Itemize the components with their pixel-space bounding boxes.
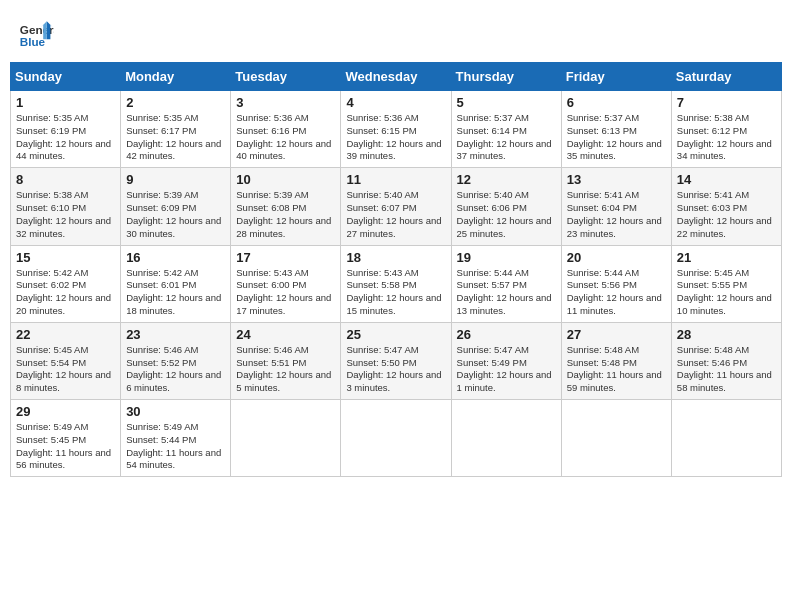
day-info: Sunrise: 5:46 AMSunset: 5:52 PMDaylight:… bbox=[126, 344, 225, 395]
day-number: 25 bbox=[346, 327, 445, 342]
calendar-week-4: 29Sunrise: 5:49 AMSunset: 5:45 PMDayligh… bbox=[11, 400, 782, 477]
day-info: Sunrise: 5:47 AMSunset: 5:50 PMDaylight:… bbox=[346, 344, 445, 395]
day-info: Sunrise: 5:36 AMSunset: 6:15 PMDaylight:… bbox=[346, 112, 445, 163]
day-info: Sunrise: 5:48 AMSunset: 5:46 PMDaylight:… bbox=[677, 344, 776, 395]
day-info: Sunrise: 5:47 AMSunset: 5:49 PMDaylight:… bbox=[457, 344, 556, 395]
calendar-day-20: 20Sunrise: 5:44 AMSunset: 5:56 PMDayligh… bbox=[561, 245, 671, 322]
day-number: 7 bbox=[677, 95, 776, 110]
weekday-header-row: SundayMondayTuesdayWednesdayThursdayFrid… bbox=[11, 63, 782, 91]
weekday-header-friday: Friday bbox=[561, 63, 671, 91]
calendar-day-18: 18Sunrise: 5:43 AMSunset: 5:58 PMDayligh… bbox=[341, 245, 451, 322]
day-info: Sunrise: 5:41 AMSunset: 6:04 PMDaylight:… bbox=[567, 189, 666, 240]
day-number: 16 bbox=[126, 250, 225, 265]
empty-cell bbox=[561, 400, 671, 477]
day-info: Sunrise: 5:44 AMSunset: 5:56 PMDaylight:… bbox=[567, 267, 666, 318]
calendar-day-28: 28Sunrise: 5:48 AMSunset: 5:46 PMDayligh… bbox=[671, 322, 781, 399]
calendar-day-10: 10Sunrise: 5:39 AMSunset: 6:08 PMDayligh… bbox=[231, 168, 341, 245]
day-number: 2 bbox=[126, 95, 225, 110]
calendar-day-1: 1Sunrise: 5:35 AMSunset: 6:19 PMDaylight… bbox=[11, 91, 121, 168]
day-info: Sunrise: 5:40 AMSunset: 6:07 PMDaylight:… bbox=[346, 189, 445, 240]
weekday-header-sunday: Sunday bbox=[11, 63, 121, 91]
calendar-day-9: 9Sunrise: 5:39 AMSunset: 6:09 PMDaylight… bbox=[121, 168, 231, 245]
calendar-day-17: 17Sunrise: 5:43 AMSunset: 6:00 PMDayligh… bbox=[231, 245, 341, 322]
calendar-week-1: 8Sunrise: 5:38 AMSunset: 6:10 PMDaylight… bbox=[11, 168, 782, 245]
day-info: Sunrise: 5:40 AMSunset: 6:06 PMDaylight:… bbox=[457, 189, 556, 240]
day-info: Sunrise: 5:42 AMSunset: 6:01 PMDaylight:… bbox=[126, 267, 225, 318]
weekday-header-tuesday: Tuesday bbox=[231, 63, 341, 91]
calendar-day-29: 29Sunrise: 5:49 AMSunset: 5:45 PMDayligh… bbox=[11, 400, 121, 477]
calendar-body: 1Sunrise: 5:35 AMSunset: 6:19 PMDaylight… bbox=[11, 91, 782, 477]
calendar-day-6: 6Sunrise: 5:37 AMSunset: 6:13 PMDaylight… bbox=[561, 91, 671, 168]
calendar-day-13: 13Sunrise: 5:41 AMSunset: 6:04 PMDayligh… bbox=[561, 168, 671, 245]
day-number: 8 bbox=[16, 172, 115, 187]
page-header: General Blue bbox=[10, 10, 782, 54]
day-number: 20 bbox=[567, 250, 666, 265]
calendar-day-16: 16Sunrise: 5:42 AMSunset: 6:01 PMDayligh… bbox=[121, 245, 231, 322]
calendar-day-24: 24Sunrise: 5:46 AMSunset: 5:51 PMDayligh… bbox=[231, 322, 341, 399]
calendar-day-22: 22Sunrise: 5:45 AMSunset: 5:54 PMDayligh… bbox=[11, 322, 121, 399]
day-info: Sunrise: 5:46 AMSunset: 5:51 PMDaylight:… bbox=[236, 344, 335, 395]
day-number: 23 bbox=[126, 327, 225, 342]
day-info: Sunrise: 5:36 AMSunset: 6:16 PMDaylight:… bbox=[236, 112, 335, 163]
day-info: Sunrise: 5:43 AMSunset: 5:58 PMDaylight:… bbox=[346, 267, 445, 318]
calendar-table: SundayMondayTuesdayWednesdayThursdayFrid… bbox=[10, 62, 782, 477]
day-info: Sunrise: 5:45 AMSunset: 5:55 PMDaylight:… bbox=[677, 267, 776, 318]
day-info: Sunrise: 5:49 AMSunset: 5:45 PMDaylight:… bbox=[16, 421, 115, 472]
day-info: Sunrise: 5:35 AMSunset: 6:19 PMDaylight:… bbox=[16, 112, 115, 163]
calendar-day-27: 27Sunrise: 5:48 AMSunset: 5:48 PMDayligh… bbox=[561, 322, 671, 399]
day-number: 5 bbox=[457, 95, 556, 110]
day-info: Sunrise: 5:37 AMSunset: 6:13 PMDaylight:… bbox=[567, 112, 666, 163]
weekday-header-saturday: Saturday bbox=[671, 63, 781, 91]
day-number: 27 bbox=[567, 327, 666, 342]
empty-cell bbox=[231, 400, 341, 477]
weekday-header-monday: Monday bbox=[121, 63, 231, 91]
empty-cell bbox=[451, 400, 561, 477]
day-info: Sunrise: 5:39 AMSunset: 6:09 PMDaylight:… bbox=[126, 189, 225, 240]
day-number: 12 bbox=[457, 172, 556, 187]
calendar-day-21: 21Sunrise: 5:45 AMSunset: 5:55 PMDayligh… bbox=[671, 245, 781, 322]
calendar-day-23: 23Sunrise: 5:46 AMSunset: 5:52 PMDayligh… bbox=[121, 322, 231, 399]
day-number: 30 bbox=[126, 404, 225, 419]
calendar-day-2: 2Sunrise: 5:35 AMSunset: 6:17 PMDaylight… bbox=[121, 91, 231, 168]
weekday-header-wednesday: Wednesday bbox=[341, 63, 451, 91]
calendar-week-3: 22Sunrise: 5:45 AMSunset: 5:54 PMDayligh… bbox=[11, 322, 782, 399]
logo-icon: General Blue bbox=[18, 14, 54, 50]
calendar-week-2: 15Sunrise: 5:42 AMSunset: 6:02 PMDayligh… bbox=[11, 245, 782, 322]
calendar-day-12: 12Sunrise: 5:40 AMSunset: 6:06 PMDayligh… bbox=[451, 168, 561, 245]
empty-cell bbox=[341, 400, 451, 477]
day-number: 24 bbox=[236, 327, 335, 342]
day-number: 6 bbox=[567, 95, 666, 110]
day-number: 1 bbox=[16, 95, 115, 110]
day-number: 3 bbox=[236, 95, 335, 110]
calendar-day-26: 26Sunrise: 5:47 AMSunset: 5:49 PMDayligh… bbox=[451, 322, 561, 399]
svg-text:Blue: Blue bbox=[20, 35, 46, 48]
day-number: 11 bbox=[346, 172, 445, 187]
empty-cell bbox=[671, 400, 781, 477]
day-info: Sunrise: 5:38 AMSunset: 6:10 PMDaylight:… bbox=[16, 189, 115, 240]
day-number: 29 bbox=[16, 404, 115, 419]
day-number: 26 bbox=[457, 327, 556, 342]
day-number: 17 bbox=[236, 250, 335, 265]
calendar-day-25: 25Sunrise: 5:47 AMSunset: 5:50 PMDayligh… bbox=[341, 322, 451, 399]
day-info: Sunrise: 5:44 AMSunset: 5:57 PMDaylight:… bbox=[457, 267, 556, 318]
calendar-day-14: 14Sunrise: 5:41 AMSunset: 6:03 PMDayligh… bbox=[671, 168, 781, 245]
day-info: Sunrise: 5:35 AMSunset: 6:17 PMDaylight:… bbox=[126, 112, 225, 163]
calendar-day-30: 30Sunrise: 5:49 AMSunset: 5:44 PMDayligh… bbox=[121, 400, 231, 477]
logo: General Blue bbox=[18, 14, 54, 50]
calendar-day-19: 19Sunrise: 5:44 AMSunset: 5:57 PMDayligh… bbox=[451, 245, 561, 322]
day-info: Sunrise: 5:41 AMSunset: 6:03 PMDaylight:… bbox=[677, 189, 776, 240]
calendar-day-11: 11Sunrise: 5:40 AMSunset: 6:07 PMDayligh… bbox=[341, 168, 451, 245]
day-info: Sunrise: 5:37 AMSunset: 6:14 PMDaylight:… bbox=[457, 112, 556, 163]
day-number: 14 bbox=[677, 172, 776, 187]
day-number: 13 bbox=[567, 172, 666, 187]
day-info: Sunrise: 5:48 AMSunset: 5:48 PMDaylight:… bbox=[567, 344, 666, 395]
day-number: 18 bbox=[346, 250, 445, 265]
calendar-day-7: 7Sunrise: 5:38 AMSunset: 6:12 PMDaylight… bbox=[671, 91, 781, 168]
day-number: 4 bbox=[346, 95, 445, 110]
calendar-day-3: 3Sunrise: 5:36 AMSunset: 6:16 PMDaylight… bbox=[231, 91, 341, 168]
day-info: Sunrise: 5:43 AMSunset: 6:00 PMDaylight:… bbox=[236, 267, 335, 318]
day-number: 22 bbox=[16, 327, 115, 342]
day-info: Sunrise: 5:39 AMSunset: 6:08 PMDaylight:… bbox=[236, 189, 335, 240]
day-number: 9 bbox=[126, 172, 225, 187]
calendar-day-15: 15Sunrise: 5:42 AMSunset: 6:02 PMDayligh… bbox=[11, 245, 121, 322]
